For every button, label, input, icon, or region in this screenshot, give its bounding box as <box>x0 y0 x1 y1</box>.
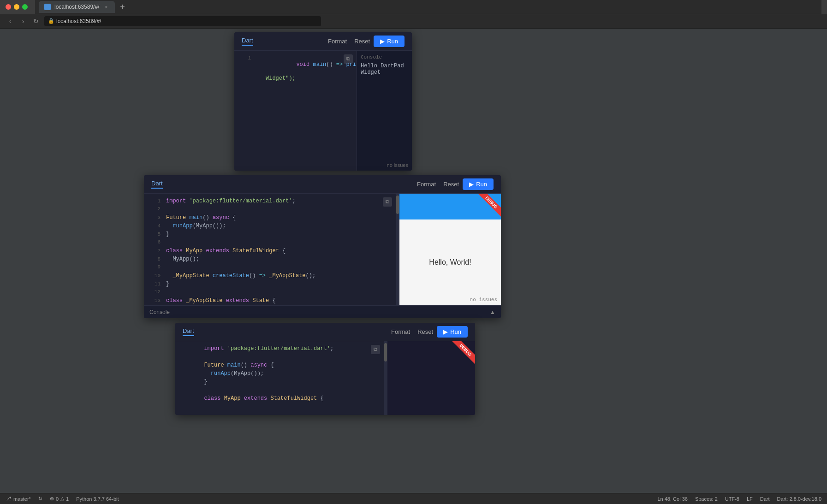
status-bar: ⎇ master* ↻ ⊗ 0 △ 1 Python 3.7.7 64-bit … <box>0 493 827 504</box>
scroll-thumb-2[interactable] <box>396 196 399 214</box>
preview-area-2: Hello, World! no issues <box>399 194 501 305</box>
widget-2-main: ⧉ 1 import 'package:flutter/material.dar… <box>144 194 501 305</box>
run-button-2[interactable]: ▶ Run <box>463 178 494 190</box>
sync-item[interactable]: ↻ <box>38 496 42 502</box>
run-button-1[interactable]: ▶ Run <box>374 36 405 47</box>
address-bar: ‹ › ↻ 🔒 localhost:63589/#/ <box>0 14 827 29</box>
code-line-2-1: 1 import 'package:flutter/material.dart'… <box>144 197 396 206</box>
url-bar[interactable]: 🔒 localhost:63589/#/ <box>44 16 321 26</box>
reset-button-1[interactable]: Reset <box>351 36 374 47</box>
lock-icon: 🔒 <box>48 18 54 24</box>
console-output-1: Hello DartPadWidget <box>361 63 408 76</box>
debug-badge-3 <box>447 341 475 369</box>
dartpad-widget-3: Dart Format Reset ▶ Run ⧉ import 'packag… <box>175 323 475 415</box>
console-area-1: Console Hello DartPadWidget <box>357 51 412 171</box>
reset-button-2[interactable]: Reset <box>440 179 463 190</box>
format-button-1[interactable]: Format <box>324 36 351 47</box>
error-count-text: 0 <box>56 496 59 502</box>
widget-2-header: Dart Format Reset ▶ Run <box>144 175 501 194</box>
warning-count-text: 1 <box>66 496 69 502</box>
browser-chrome: localhost:63589/#/ × + ‹ › ↻ 🔒 localhost… <box>0 0 827 29</box>
scrollbar-3[interactable] <box>384 341 387 415</box>
dart-version-text: Dart: 2.8.0-dev.18.0 <box>777 496 821 502</box>
preview-content-2: Hello, World! <box>399 219 501 305</box>
console-label-1: Console <box>361 54 408 60</box>
url-text: localhost:63589/#/ <box>56 18 101 24</box>
line-ending-text: LF <box>747 496 753 502</box>
dart-version-item: Dart: 2.8.0-dev.18.0 <box>777 496 821 502</box>
code-line-1b: Widget"); <box>234 75 357 83</box>
run-button-3[interactable]: ▶ Run <box>437 326 468 338</box>
language-item[interactable]: Dart <box>760 496 770 502</box>
browser-tab[interactable]: localhost:63589/#/ × <box>39 1 115 13</box>
no-issues-1: no issues <box>387 162 408 168</box>
reload-button[interactable]: ↻ <box>31 17 41 26</box>
back-button[interactable]: ‹ <box>6 17 15 26</box>
maximize-button[interactable] <box>22 4 28 10</box>
code-editor-1[interactable]: 1 void main() => print("Hello DartPad Wi… <box>234 51 357 171</box>
code-editor-2[interactable]: ⧉ 1 import 'package:flutter/material.dar… <box>144 194 396 305</box>
language-text: Dart <box>760 496 770 502</box>
warning-icon: △ <box>60 496 64 502</box>
tab-favicon-icon <box>44 4 51 10</box>
copy-icon-1[interactable]: ⧉ <box>344 54 353 64</box>
code-editor-3[interactable]: ⧉ import 'package:flutter/material.dart'… <box>175 341 384 415</box>
traffic-lights <box>6 4 28 10</box>
close-button[interactable] <box>6 4 11 10</box>
preview-text-2: Hello, World! <box>429 258 471 267</box>
spaces-text: Spaces: 2 <box>695 496 718 502</box>
git-branch-item[interactable]: ⎇ master* <box>6 496 31 502</box>
widget-3-body: ⧉ import 'package:flutter/material.dart'… <box>175 341 475 415</box>
spaces-item[interactable]: Spaces: 2 <box>695 496 718 502</box>
tab-bar: localhost:63589/#/ × + <box>35 0 821 14</box>
debug-badge-2 <box>473 194 501 221</box>
error-item[interactable]: ⊗ 0 △ 1 <box>50 496 69 502</box>
new-tab-button[interactable]: + <box>117 1 128 12</box>
widget-3-header: Dart Format Reset ▶ Run <box>175 323 475 341</box>
scroll-thumb-3[interactable] <box>384 343 387 362</box>
dart-tab-1[interactable]: Dart <box>242 37 253 46</box>
dart-tab-3[interactable]: Dart <box>183 327 194 336</box>
run-play-icon-2: ▶ <box>469 181 474 188</box>
git-icon: ⎇ <box>6 496 12 502</box>
cursor-position-text: Ln 48, Col 36 <box>657 496 687 502</box>
copy-icon-2[interactable]: ⧉ <box>383 197 392 207</box>
format-button-3[interactable]: Format <box>387 326 414 337</box>
console-expand-icon[interactable]: ▲ <box>490 309 495 315</box>
line-ending-item[interactable]: LF <box>747 496 753 502</box>
run-play-icon-3: ▶ <box>443 328 448 335</box>
widget-1-body: 1 void main() => print("Hello DartPad Wi… <box>234 51 412 171</box>
error-icon: ⊗ <box>50 496 54 502</box>
reset-button-3[interactable]: Reset <box>414 326 437 337</box>
code-line-1: 1 void main() => print("Hello DartPad <box>234 54 357 75</box>
encoding-item[interactable]: UTF-8 <box>725 496 739 502</box>
forward-button[interactable]: › <box>18 17 28 26</box>
git-branch-text: master* <box>13 496 31 502</box>
minimize-button[interactable] <box>14 4 19 10</box>
preview-area-3 <box>387 341 475 415</box>
run-play-icon: ▶ <box>380 38 385 45</box>
console-bar-label-2: Console <box>149 309 170 315</box>
dartpad-widget-2: Dart Format Reset ▶ Run ⧉ 1 import 'pack… <box>144 175 501 318</box>
console-bar-2: Console ▲ <box>144 305 501 318</box>
dart-tab-2[interactable]: Dart <box>151 180 163 189</box>
dartpad-widget-1: Dart Format Reset ▶ Run 1 void main() =>… <box>234 32 412 171</box>
format-button-2[interactable]: Format <box>413 179 440 190</box>
python-version-text: Python 3.7.7 64-bit <box>76 496 119 502</box>
cursor-position-item: Ln 48, Col 36 <box>657 496 687 502</box>
copy-icon-3[interactable]: ⧉ <box>371 345 380 354</box>
no-issues-2: no issues <box>470 297 497 302</box>
widget-1-header: Dart Format Reset ▶ Run <box>234 32 412 51</box>
encoding-text: UTF-8 <box>725 496 739 502</box>
tab-close-icon[interactable]: × <box>103 4 109 10</box>
python-item[interactable]: Python 3.7.7 64-bit <box>76 496 119 502</box>
title-bar: localhost:63589/#/ × + <box>0 0 827 14</box>
sync-icon: ↻ <box>38 496 42 502</box>
tab-title: localhost:63589/#/ <box>54 4 99 10</box>
main-content: Dart Format Reset ▶ Run 1 void main() =>… <box>0 29 827 493</box>
scrollbar-2[interactable] <box>396 194 399 305</box>
